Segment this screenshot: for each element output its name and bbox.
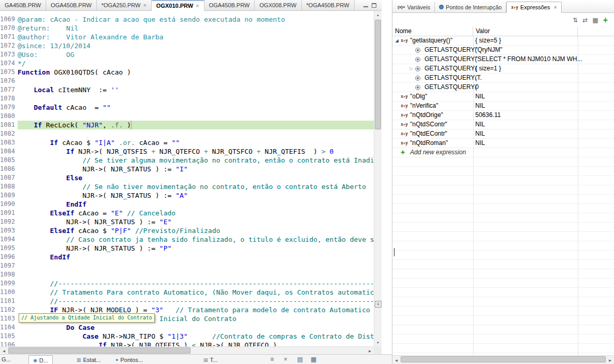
panel-horizontal-scrollbar[interactable]: ◀ ▶ — [392, 355, 614, 364]
code-line-1081[interactable]: 1081 If RecLock( "NJR", .f. ) — [0, 121, 374, 129]
code-line-1087[interactable]: 1087 Else — [0, 173, 374, 182]
editor-tab-oga450bprw[interactable]: *OGA450B.PRW — [302, 0, 355, 10]
close-icon[interactable]: × — [284, 356, 287, 363]
editor-horizontal-scrollbar[interactable]: ◀ ▶ — [0, 346, 374, 354]
line-text: NJR->( NJR_STATUS ) := "P" — [18, 244, 374, 253]
scroll-down-arrow[interactable]: ▼ — [374, 339, 382, 346]
overview-annotation-icon[interactable]: ≡ — [375, 301, 382, 308]
expression-row[interactable]: GETLASTQUERY("SELECT * FROM NJM010 NJM W… — [392, 55, 614, 64]
code-line-1095[interactable]: 1095 NJR->( NJR_STATUS ) := "P" — [0, 244, 374, 253]
code-line-1076[interactable]: 1076 — [0, 77, 374, 85]
editor-tab-oga250prw[interactable]: *OGA250.PRW× — [97, 0, 152, 10]
code-line-1094[interactable]: 1094 // Caso contrato ja tenha sido fina… — [0, 235, 374, 244]
code-line-1078[interactable]: 1078 — [0, 94, 374, 103]
monitor-icon[interactable]: ▦ — [311, 356, 316, 363]
maximize-view-icon[interactable] — [372, 3, 376, 8]
empty-row — [392, 269, 614, 279]
expression-row[interactable]: x+y"oDlg"NIL — [392, 92, 614, 101]
add-expression-icon[interactable]: + — [603, 16, 608, 24]
code-line-1084[interactable]: 1084 If NJR->( NJR_QTSFIS + NJR_QTEFCO +… — [0, 147, 374, 156]
expression-row[interactable]: ◢x+y"getlastquery()"{ size=5 } — [392, 36, 614, 46]
show-type-names-icon[interactable]: ⇅ — [573, 17, 578, 23]
collapse-icon[interactable]: ◢ — [394, 36, 400, 46]
column-header-nome[interactable]: Nome — [392, 27, 473, 36]
scroll-up-arrow[interactable]: ▲ — [374, 11, 382, 19]
editor-tab-ogx008prw[interactable]: OGX008.PRW — [255, 0, 301, 10]
code-line-1089[interactable]: 1089 NJR->( NJR_STATUS ) := "A" — [0, 191, 374, 200]
code-line-1093[interactable]: 1093 ElseIf cAcao $ "P|F" //Previsto/Fin… — [0, 226, 374, 235]
watch-expression-icon: x+y — [401, 111, 408, 120]
scroll-right-arrow[interactable]: ▶ — [366, 347, 374, 354]
panel-tab-pontos-de-interrup-o[interactable]: Pontos de Interrupção — [435, 2, 506, 12]
panel-tab-vari-veis[interactable]: (x)=Variáveis — [393, 2, 435, 12]
clipboard-icon[interactable]: ▤ — [297, 356, 303, 363]
code-line-1096[interactable]: 1096 EndIf — [0, 253, 374, 261]
code-line-1077[interactable]: 1077 Local cItemNNY := '' — [0, 85, 374, 94]
code-line-1092[interactable]: 1092 NJR->( NJR_STATUS ) := "E" — [0, 217, 374, 226]
code-line-1080[interactable]: 1080 — [0, 112, 374, 121]
editor-vertical-scrollbar[interactable]: ▲ ≡ ▼ — [374, 11, 382, 346]
minimize-view-icon[interactable] — [363, 3, 368, 7]
column-header-valor[interactable]: Valor — [473, 27, 578, 36]
editor-tab-ga450bprw[interactable]: GA450B.PRW — [0, 0, 46, 10]
expression-row[interactable]: GETLASTQUERY("QryNJM" — [392, 46, 614, 55]
horizontal-scrollbar-thumb[interactable] — [401, 356, 606, 362]
expression-row[interactable]: x+y"nVerifica"NIL — [392, 101, 614, 111]
vertical-scrollbar-thumb[interactable] — [375, 20, 381, 129]
watch-expression-icon: x+y — [401, 101, 408, 111]
horizontal-scrollbar-thumb[interactable] — [8, 347, 191, 354]
code-line-1098[interactable]: 1098 — [0, 270, 374, 279]
code-line-1088[interactable]: 1088 // Se não tiver movimentação no con… — [0, 182, 374, 191]
code-line-1086[interactable]: 1086 NJR->( NJR_STATUS ) := "I" — [0, 165, 374, 173]
code-line-1071[interactable]: 1071@author: Vitor Alexandre de Barba — [0, 33, 374, 41]
expression-row[interactable]: ▷GETLASTQUERY({ size=1 } — [392, 64, 614, 74]
scroll-right-arrow[interactable]: ▶ — [606, 356, 614, 364]
empty-row — [392, 213, 614, 223]
code-line-1104[interactable]: 1104 Do Case — [0, 323, 374, 332]
code-line-1069[interactable]: 1069@param: cAcao - Indicar a acao que e… — [0, 15, 374, 24]
scroll-left-arrow[interactable]: ◀ — [392, 356, 400, 364]
import-export-icon[interactable]: ⇄ — [582, 17, 588, 23]
close-tab-icon[interactable]: × — [143, 2, 146, 8]
code-line-1085[interactable]: 1085 // Se tiver alguma movimentação no … — [0, 156, 374, 165]
expression-row[interactable]: x+y"nQtdEContr"NIL — [392, 129, 614, 139]
line-number: 1104 — [0, 323, 18, 332]
layout-icon[interactable]: ▦ — [592, 17, 598, 23]
code-line-1079[interactable]: 1079 Default cAcao = "" — [0, 103, 374, 112]
editor-tab-oga450bprw[interactable]: OGA450B.PRW — [204, 0, 255, 10]
editor-tab-oga450bprw[interactable]: OGA450B.PRW — [46, 0, 97, 10]
code-line-1090[interactable]: 1090 EndIf — [0, 200, 374, 209]
panel-tab-express-es[interactable]: x+yExpressões× — [506, 2, 562, 13]
code-line-1070[interactable]: 1070@return: Nil — [0, 24, 374, 33]
expand-icon[interactable]: ▷ — [408, 64, 414, 74]
code-line-1100[interactable]: 1100 // Tratamento Para contrato Automat… — [0, 288, 374, 297]
code-line-1083[interactable]: 1083 If cAcao $ "I|A" .or. cAcao = "" — [0, 138, 374, 147]
code-line-1073[interactable]: 1073@Uso: OG — [0, 50, 374, 59]
code-editor[interactable]: 1069@param: cAcao - Indicar a acao que e… — [0, 11, 374, 346]
add-expression-row[interactable]: +Add new expression — [392, 148, 614, 157]
debug-panel: (x)=VariáveisPontos de Interrupçãox+yExp… — [392, 0, 614, 364]
settings-icon[interactable]: ≡ — [270, 356, 274, 363]
expression-row[interactable]: GETLASTQUERY(.T. — [392, 74, 614, 83]
watch-expression-icon: x+y — [401, 120, 408, 129]
close-tab-icon[interactable]: × — [196, 3, 199, 9]
expression-row[interactable]: GETLASTQUERY(0 — [392, 83, 614, 92]
code-line-1097[interactable]: 1097 — [0, 261, 374, 270]
line-text: Local cItemNNY := '' — [18, 85, 374, 94]
close-tab-icon[interactable]: × — [554, 4, 557, 10]
expression-row[interactable]: x+y"nQtdSContr"NIL — [392, 120, 614, 129]
code-line-1074[interactable]: 1074*/ — [0, 59, 374, 68]
tab-label: OGA450B.PRW — [51, 2, 92, 8]
code-line-1106[interactable]: 1106 If NJR->( NJR_QTEFIS ) < NJR->( NJR… — [0, 341, 374, 346]
expression-row[interactable]: x+y"nQtdOrige"50636.11 — [392, 111, 614, 120]
code-line-1072[interactable]: 1072@since: 13/10/2014 — [0, 41, 374, 50]
expression-row[interactable]: x+y"nQtdRoman"NIL — [392, 139, 614, 148]
code-line-1082[interactable]: 1082 — [0, 129, 374, 138]
code-line-1075[interactable]: 1075Function OGX010QTDS( cAcao ) — [0, 68, 374, 77]
code-line-1091[interactable]: 1091 ElseIf cAcao = "E" // Cancelado — [0, 209, 374, 217]
editor-tab-ogx010prw[interactable]: OGX010.PRW× — [152, 0, 204, 11]
code-line-1105[interactable]: 1105 Case NJR->NJR_TIPO $ "1|3" //Contra… — [0, 332, 374, 341]
code-line-1099[interactable]: 1099 //---------------------------------… — [0, 279, 374, 288]
scroll-left-arrow[interactable]: ◀ — [0, 347, 8, 354]
code-line-1101[interactable]: 1101 //---------------------------------… — [0, 297, 374, 305]
